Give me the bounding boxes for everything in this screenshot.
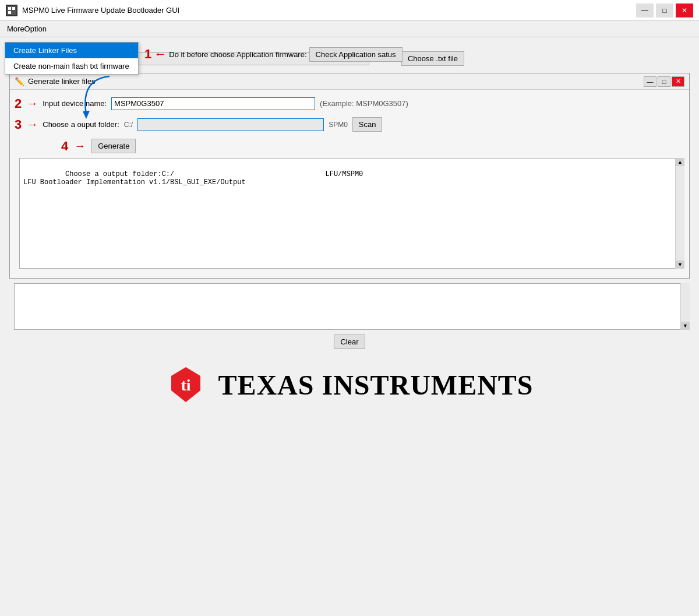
folder-suffix: SPM0 [329, 121, 348, 129]
dropdown-create-nonmain[interactable]: Create non-main flash txt firmware [5, 58, 138, 74]
instruction-text: Do it before choose Application firmware… [169, 50, 306, 59]
svg-rect-2 [12, 7, 15, 10]
sub-minimize-button[interactable]: — [644, 76, 656, 87]
generate-button[interactable]: Generate [91, 139, 136, 153]
sub-title-left: ✏️ Generate linker files [15, 77, 96, 86]
menu-bar: MoreOption [0, 21, 699, 37]
app-icon [6, 5, 17, 16]
title-bar-left: MSPM0 Live Firmware Update Bootloader GU… [6, 5, 179, 16]
svg-rect-1 [8, 7, 11, 10]
annotation-3-row: 3 → Choose a ouput folder: C:/ SPM0 Scan [15, 117, 684, 132]
sub-content: 2 → Input device name: (Example: MSPM0G3… [10, 90, 689, 278]
scroll-down-arrow[interactable]: ▼ [676, 261, 684, 269]
window-title: MSPM0 Live Firmware Update Bootloader GU… [22, 6, 179, 15]
bottom-scroll-down[interactable]: ▼ [681, 322, 690, 330]
folder-input[interactable] [137, 118, 324, 131]
more-option-menu[interactable]: MoreOption [0, 22, 54, 36]
red-arrow-2: → [26, 97, 38, 110]
sub-title-controls: — □ ✕ [644, 76, 684, 87]
annotation-1-row: 1 → Do it before choose Application firm… [144, 47, 403, 62]
bottom-scrollbar: ▼ [680, 283, 690, 330]
sub-window-title: Generate linker files [28, 77, 96, 86]
check-application-button[interactable]: Check Application satus [309, 47, 403, 62]
clear-row: Clear [5, 335, 694, 349]
folder-prefix: C:/ [124, 121, 133, 129]
number-3: 3 [15, 118, 22, 131]
device-example: (Example: MSPM0G3507) [320, 99, 408, 108]
number-4: 4 [61, 140, 68, 153]
number-2: 2 [15, 97, 22, 110]
red-arrow-4: → [74, 139, 86, 153]
output-line1: Choose a output folder:C:/ LFU/MSPM0 [65, 170, 363, 178]
sub-window: ✏️ Generate linker files — □ ✕ 2 → Input… [9, 73, 690, 279]
title-bar: MSPM0 Live Firmware Update Bootloader GU… [0, 0, 699, 21]
bottom-output[interactable] [14, 283, 685, 330]
close-button[interactable]: ✕ [676, 3, 693, 17]
annotation-2-row: 2 → Input device name: (Example: MSPM0G3… [15, 97, 684, 110]
svg-rect-3 [8, 11, 11, 14]
output-line2: LFU Bootloader Implementation v1.1/BSL_G… [23, 178, 246, 186]
title-bar-controls: — □ ✕ [636, 3, 693, 17]
device-name-label: Input device name: [43, 99, 107, 108]
sub-titlebar: ✏️ Generate linker files — □ ✕ [10, 73, 689, 90]
maximize-button[interactable]: □ [656, 3, 673, 17]
main-content: Create Linker Files Create non-main flas… [0, 37, 699, 425]
sub-close-button[interactable]: ✕ [672, 76, 684, 87]
ti-logo: ti [165, 364, 206, 405]
dropdown-menu: Create Linker Files Create non-main flas… [5, 42, 139, 75]
number-1: 1 [144, 47, 151, 62]
folder-label: Choose a ouput folder: [43, 120, 119, 129]
sub-maximize-button[interactable]: □ [658, 76, 670, 87]
annotation-4-row: 4 → Generate [61, 139, 684, 153]
minimize-button[interactable]: — [636, 3, 654, 17]
output-container: Choose a output folder:C:/ LFU/MSPM0 LFU… [15, 158, 684, 269]
bottom-output-container: ▼ [9, 283, 690, 330]
clear-button[interactable]: Clear [334, 335, 365, 349]
red-arrow-left: → [154, 47, 167, 62]
red-arrow-3: → [26, 118, 38, 131]
ti-footer: ti Texas Instruments [5, 358, 694, 411]
dropdown-create-linker[interactable]: Create Linker Files [5, 43, 138, 58]
ti-company-name: Texas Instruments [218, 369, 533, 401]
scan-button[interactable]: Scan [352, 117, 383, 132]
output-box: Choose a output folder:C:/ LFU/MSPM0 LFU… [19, 158, 680, 269]
device-name-input[interactable] [111, 97, 315, 110]
svg-text:ti: ti [181, 376, 191, 394]
choose-txt-button[interactable]: Choose .txt file [401, 51, 464, 66]
scroll-up-arrow[interactable]: ▲ [676, 158, 684, 166]
output-scrollbar: ▲ ▼ [675, 158, 684, 269]
pencil-icon: ✏️ [15, 77, 24, 86]
